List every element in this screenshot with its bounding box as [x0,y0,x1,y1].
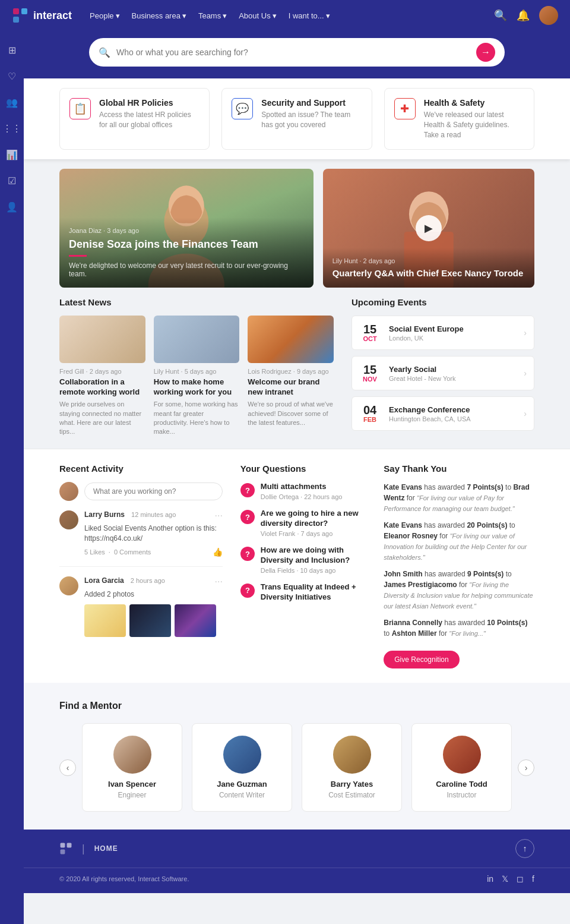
sidebar-icon-home[interactable]: ⊞ [5,43,19,57]
event-item-1[interactable]: 15 NOV Yearly Social Great Hotel - New Y… [352,356,534,390]
activity-post-0: Larry Burns 12 minutes ago ··· Liked Soc… [59,510,223,567]
event-item-0[interactable]: 15 OCT Social Event Europe London, UK › [352,316,534,350]
quick-link-security[interactable]: 💬 Security and Support Spotted an issue?… [221,88,372,150]
latest-news: Latest News Fred Gill · 2 days ago Colla… [59,297,334,437]
mentor-role-1: Content Writer [202,791,282,799]
search-icon-inner: 🔍 [99,47,110,58]
post-image-2 [175,604,216,637]
svg-rect-10 [61,850,65,854]
question-item-3[interactable]: ? Trans Equality at Indeed + Diversity I… [240,582,366,604]
footer-scroll-top-button[interactable]: ↑ [515,839,534,858]
nav-iwantto[interactable]: I want to... ▾ [289,11,330,20]
events-section-title: Upcoming Events [352,297,534,307]
news-item-0[interactable]: Fred Gill · 2 days ago Collaboration in … [59,316,145,436]
mentor-name-0: Ivan Spencer [92,780,172,789]
activity-input[interactable] [84,483,223,500]
mentor-name-2: Barry Yates [312,780,392,789]
sidebar-icon-people[interactable]: 👥 [5,95,19,109]
hr-title: Global HR Policies [99,98,200,108]
questions-section-title: Your Questions [240,463,366,474]
search-submit-button[interactable]: → [476,43,495,62]
question-item-2[interactable]: ? How are we doing with Diversity and In… [240,545,366,574]
hero-secondary[interactable]: ▶ Lily Hunt · 2 days ago Quarterly Q&A w… [323,169,534,288]
svg-rect-2 [13,17,19,23]
hero-main-tag: Joana Diaz · 3 days ago [69,227,304,234]
nav-business[interactable]: Business area ▾ [132,11,186,20]
page-layout: ⊞ ♡ 👥 ⋮⋮ 📊 ☑ 👤 🔍 → 📋 Global HR Policies … [0,31,570,924]
facebook-icon[interactable]: f [532,874,534,884]
news-title-0: Collaboration in a remote working world [59,377,145,398]
mentor-avatar-0 [113,736,151,774]
sidebar-icon-bookmark[interactable]: ♡ [5,69,19,83]
your-questions: Your Questions ? Multi attachments Dolli… [240,463,366,668]
event-arrow-2: › [524,409,527,418]
top-nav: interact People ▾ Business area ▾ Teams … [0,0,570,31]
news-grid: Fred Gill · 2 days ago Collaboration in … [59,316,334,436]
sidebar-icon-apps[interactable]: ⋮⋮ [5,121,19,135]
sidebar-icon-user[interactable]: 👤 [5,200,19,214]
footer-logo [59,842,72,855]
bell-icon[interactable]: 🔔 [517,9,530,22]
hero-title-underline [69,255,87,257]
question-item-0[interactable]: ? Multi attachments Dollie Ortega · 22 h… [240,482,366,500]
like-button-0[interactable]: 👍 [213,547,223,557]
news-meta-2: Lois Rodriguez · 9 days ago [248,368,334,375]
thanks-section-title: Say Thank You [384,463,534,474]
recent-activity: Recent Activity Larry Burns 12 minutes a… [59,463,223,668]
instagram-icon[interactable]: ◻ [517,874,524,884]
nav-about[interactable]: About Us ▾ [239,11,276,20]
current-user-avatar [59,482,78,501]
sidebar-icon-check[interactable]: ☑ [5,174,19,188]
post-menu-0[interactable]: ··· [215,510,223,521]
hero-main[interactable]: Joana Diaz · 3 days ago Denise Soza join… [59,169,314,288]
search-bar-section: 🔍 → [24,31,570,78]
event-arrow-1: › [524,368,527,378]
question-item-1[interactable]: ? Are we going to hire a new diversity d… [240,509,366,537]
post-menu-1[interactable]: ··· [215,576,223,587]
news-item-2[interactable]: Lois Rodriguez · 9 days ago Welcome our … [248,316,334,436]
give-recognition-button[interactable]: Give Recognition [384,651,459,668]
question-badge-2: ? [240,547,255,561]
linkedin-icon[interactable]: in [487,874,493,884]
search-icon[interactable]: 🔍 [494,9,507,22]
thank-you-entry-1: Kate Evans has awarded 20 Points(s) to E… [384,520,534,563]
news-title-2: Welcome our brand new intranet [248,377,334,398]
thank-you-entry-2: John Smith has awarded 9 Points(s) to Ja… [384,569,534,611]
mentor-card-2[interactable]: Barry Yates Cost Estimator [302,723,402,812]
play-button[interactable]: ▶ [416,215,442,241]
twitter-icon[interactable]: 𝕏 [502,874,508,884]
nav-right: 🔍 🔔 [494,6,558,25]
news-item-1[interactable]: Lily Hunt · 5 days ago How to make home … [154,316,240,436]
say-thank-you: Say Thank You Kate Evans has awarded 7 P… [384,463,534,668]
question-badge-0: ? [240,483,255,497]
news-meta-1: Lily Hunt · 5 days ago [154,368,240,375]
thank-you-entry-3: Brianna Connelly has awarded 10 Points(s… [384,617,534,639]
nav-teams[interactable]: Teams ▾ [198,11,227,20]
quick-link-health[interactable]: ✚ Health & Safety We've released our lat… [384,88,534,150]
quick-link-hr[interactable]: 📋 Global HR Policies Access the latest H… [59,88,210,150]
nav-people[interactable]: People ▾ [90,11,119,20]
sidebar-icon-chart[interactable]: 📊 [5,147,19,162]
footer-home-label[interactable]: HOME [94,844,118,853]
question-badge-1: ? [240,510,255,524]
post-images [84,604,223,637]
event-item-2[interactable]: 04 FEB Exchange Conference Huntington Be… [352,396,534,431]
mentor-section: Find a Mentor ‹ Ivan Spencer Engineer Ja… [24,683,570,830]
health-desc: We've released our latest Health & Safet… [424,110,524,140]
activity-section-title: Recent Activity [59,463,223,474]
news-excerpt-0: We pride ourselves on staying connected … [59,400,145,437]
search-input[interactable] [116,48,470,57]
mentor-card-3[interactable]: Caroline Todd Instructor [411,723,512,812]
brand-logo[interactable]: interact [12,7,72,24]
carousel-next-button[interactable]: › [518,759,534,776]
news-title-1: How to make home working work for you [154,377,240,398]
mentor-card-0[interactable]: Ivan Spencer Engineer [82,723,182,812]
mentor-avatar-2 [333,736,371,774]
security-icon: 💬 [232,98,253,119]
carousel-prev-button[interactable]: ‹ [59,759,76,776]
footer-copy: © 2020 All rights reserved, Interact Sof… [24,868,570,893]
user-avatar[interactable] [539,6,558,25]
mentor-role-0: Engineer [92,791,172,799]
mentor-card-1[interactable]: Jane Guzman Content Writer [192,723,292,812]
footer-copyright: © 2020 All rights reserved, Interact Sof… [59,875,189,882]
